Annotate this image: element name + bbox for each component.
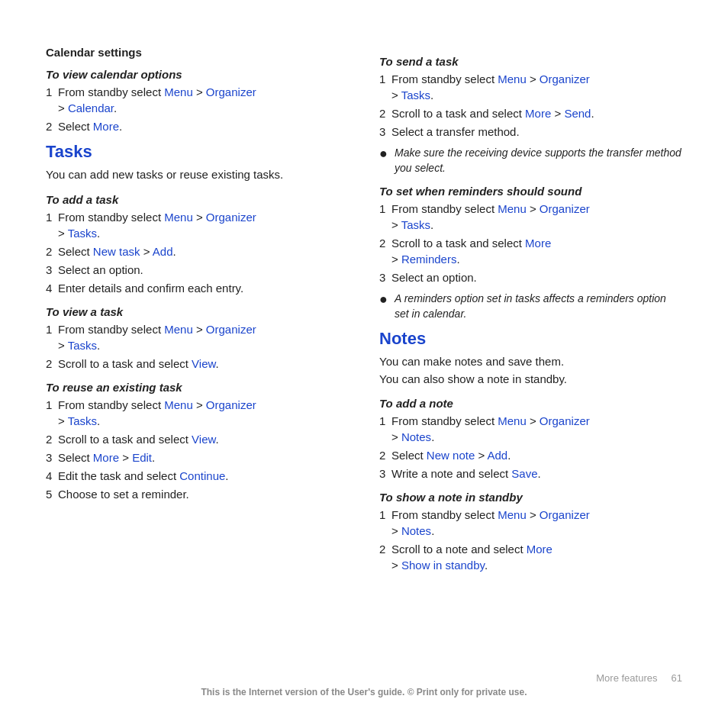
reminders-note-text: A reminders option set in tasks affects … <box>395 292 682 321</box>
view-task-list: 1 From standby select Menu > Organizer> … <box>46 321 349 372</box>
page: Calendar settings To view calendar optio… <box>0 0 728 728</box>
link-menu[interactable]: Menu <box>498 72 527 85</box>
send-task-title: To send a task <box>379 55 682 68</box>
link-tasks[interactable]: Tasks <box>68 227 97 240</box>
link-add[interactable]: Add <box>153 245 173 258</box>
link-menu[interactable]: Menu <box>498 508 527 521</box>
list-item: 3 Select an option. <box>46 262 349 278</box>
link-more[interactable]: More <box>525 107 551 120</box>
link-organizer[interactable]: Organizer <box>540 202 590 215</box>
reuse-task-list: 1 From standby select Menu > Organizer> … <box>46 397 349 502</box>
tasks-section: Tasks You can add new tasks or reuse exi… <box>46 142 349 502</box>
link-continue[interactable]: Continue <box>179 469 225 482</box>
page-label: More features <box>596 672 657 684</box>
list-item: 3 Select a transfer method. <box>379 124 682 140</box>
list-item: 2 Scroll to a task and select More > Sen… <box>379 105 682 121</box>
reminders-section: To set when reminders should sound 1 Fro… <box>379 185 682 321</box>
view-calendar-options-title: To view calendar options <box>46 68 349 81</box>
list-item: 1 From standby select Menu > Organizer> … <box>46 321 349 353</box>
link-tasks[interactable]: Tasks <box>68 339 97 352</box>
tasks-description: You can add new tasks or reuse existing … <box>46 166 349 184</box>
list-item: 4 Enter details and confirm each entry. <box>46 280 349 296</box>
list-item: 1 From standby select Menu > Organizer> … <box>46 397 349 429</box>
link-organizer[interactable]: Organizer <box>206 398 256 411</box>
link-send[interactable]: Send <box>564 107 591 120</box>
link-organizer[interactable]: Organizer <box>206 211 256 224</box>
list-item: 1 From standby select Menu > Organizer> … <box>46 209 349 241</box>
link-view[interactable]: View <box>192 433 215 446</box>
left-column: Calendar settings To view calendar optio… <box>46 46 349 660</box>
link-more[interactable]: More <box>527 543 552 556</box>
notes-desc-line2: You can also show a note in standby. <box>379 372 567 385</box>
link-new-task[interactable]: New task <box>93 245 140 258</box>
link-show-in-standby[interactable]: Show in standby <box>401 559 485 572</box>
add-note-title: To add a note <box>379 397 682 410</box>
link-add[interactable]: Add <box>488 449 508 462</box>
list-item: 1 From standby select Menu > Organizer> … <box>379 413 682 445</box>
link-organizer[interactable]: Organizer <box>540 72 590 85</box>
footer-disclaimer: This is the Internet version of the User… <box>201 687 527 697</box>
link-organizer[interactable]: Organizer <box>540 508 590 521</box>
link-view[interactable]: View <box>192 357 215 370</box>
tasks-heading: Tasks <box>46 142 349 162</box>
content-columns: Calendar settings To view calendar optio… <box>46 46 682 660</box>
calendar-settings-section: Calendar settings To view calendar optio… <box>46 46 349 134</box>
link-more[interactable]: More <box>525 237 551 250</box>
footer: More features 61 This is the Internet ve… <box>46 672 682 697</box>
list-item: 1 From standby select Menu > Organizer> … <box>379 507 682 539</box>
list-item: 3 Select an option. <box>379 269 682 285</box>
reminders-list: 1 From standby select Menu > Organizer> … <box>379 201 682 285</box>
link-more[interactable]: More <box>93 120 119 133</box>
send-task-note: ● Make sure the receiving device support… <box>379 146 682 176</box>
link-notes[interactable]: Notes <box>401 430 431 443</box>
link-organizer[interactable]: Organizer <box>540 414 590 427</box>
list-item: 1 From standby select Menu > Organizer> … <box>46 84 349 116</box>
list-item: 2 Scroll to a note and select More> Show… <box>379 541 682 573</box>
link-menu[interactable]: Menu <box>498 414 527 427</box>
send-task-note-text: Make sure the receiving device supports … <box>395 146 682 176</box>
send-task-section: To send a task 1 From standby select Men… <box>379 55 682 176</box>
list-item: 2 Select New note > Add. <box>379 447 682 463</box>
link-menu[interactable]: Menu <box>164 85 193 98</box>
send-task-list: 1 From standby select Menu > Organizer> … <box>379 71 682 140</box>
list-item: 5 Choose to set a reminder. <box>46 486 349 502</box>
reminders-note: ● A reminders option set in tasks affect… <box>379 292 682 321</box>
page-number: 61 <box>672 672 682 684</box>
link-tasks[interactable]: Tasks <box>68 414 97 427</box>
link-menu[interactable]: Menu <box>164 323 193 336</box>
link-edit[interactable]: Edit <box>132 451 152 464</box>
note-bullet-icon: ● <box>379 144 395 163</box>
list-item: 4 Edit the task and select Continue. <box>46 468 349 484</box>
calendar-settings-heading: Calendar settings <box>46 46 349 59</box>
link-save[interactable]: Save <box>511 467 537 480</box>
link-menu[interactable]: Menu <box>498 202 527 215</box>
page-number-line: More features 61 <box>46 672 682 684</box>
show-note-title: To show a note in standby <box>379 491 682 504</box>
link-tasks[interactable]: Tasks <box>401 218 430 231</box>
add-note-list: 1 From standby select Menu > Organizer> … <box>379 413 682 482</box>
link-menu[interactable]: Menu <box>164 211 193 224</box>
reuse-task-title: To reuse an existing task <box>46 381 349 394</box>
notes-description: You can make notes and save them. You ca… <box>379 353 682 388</box>
right-column: To send a task 1 From standby select Men… <box>379 46 682 660</box>
link-notes[interactable]: Notes <box>401 524 431 537</box>
list-item: 2 Scroll to a task and select More> Remi… <box>379 235 682 267</box>
link-tasks[interactable]: Tasks <box>401 89 430 101</box>
add-task-list: 1 From standby select Menu > Organizer> … <box>46 209 349 296</box>
note-bullet-icon: ● <box>379 290 395 309</box>
link-more[interactable]: More <box>93 451 119 464</box>
link-calendar[interactable]: Calendar <box>68 101 114 114</box>
link-organizer[interactable]: Organizer <box>206 85 256 98</box>
view-task-title: To view a task <box>46 305 349 318</box>
notes-section: Notes You can make notes and save them. … <box>379 329 682 573</box>
list-item: 3 Write a note and select Save. <box>379 465 682 482</box>
list-item: 2 Scroll to a task and select View. <box>46 356 349 372</box>
add-task-title: To add a task <box>46 193 349 206</box>
notes-desc-line1: You can make notes and save them. <box>379 355 564 368</box>
view-calendar-options-list: 1 From standby select Menu > Organizer> … <box>46 84 349 134</box>
link-reminders[interactable]: Reminders <box>401 253 457 266</box>
link-menu[interactable]: Menu <box>164 398 193 411</box>
link-new-note[interactable]: New note <box>427 449 475 462</box>
link-organizer[interactable]: Organizer <box>206 323 256 336</box>
list-item: 2 Select New task > Add. <box>46 243 349 259</box>
